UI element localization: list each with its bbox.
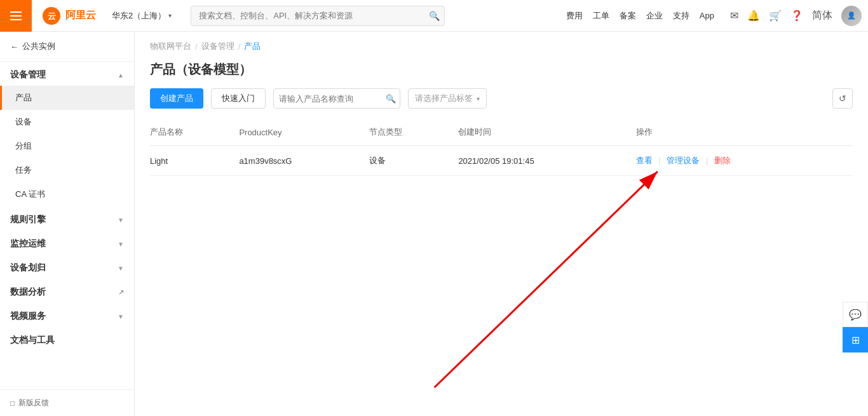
feedback-label: 新版反馈 [18,398,49,408]
sidebar-item-product-label: 产品 [15,92,32,104]
quick-start-button[interactable]: 快速入门 [211,88,266,109]
bell-icon[interactable]: 🔔 [747,10,760,22]
sidebar-item-device[interactable]: 设备 [0,110,134,134]
breadcrumb-device-mgmt[interactable]: 设备管理 [201,41,234,52]
col-node-type: 节点类型 [369,119,458,146]
chat-button[interactable]: 💬 [843,302,868,327]
page-header: 产品（设备模型） [135,61,868,88]
action-manage-device[interactable]: 管理设备 [667,156,700,165]
grid-button[interactable]: ⊞ [843,327,868,352]
device-management-label: 设备管理 [10,69,46,81]
col-actions: 操作 [636,119,853,146]
logo[interactable]: 云 阿里云 [32,6,105,26]
chevron-down-icon-monitor: ▼ [118,241,124,248]
svg-line-3 [435,171,658,387]
sidebar-section-monitor[interactable]: 监控运维 ▼ [0,231,134,255]
table-header-row: 产品名称 ProductKey 节点类型 创建时间 操作 [150,119,853,146]
breadcrumb-iot[interactable]: 物联网平台 [150,41,191,52]
nav-action-ticket[interactable]: 工单 [593,10,609,22]
breadcrumb: 物联网平台 / 设备管理 / 产品 [135,32,868,61]
sidebar-section-data-analysis[interactable]: 数据分析 ↗ [0,279,134,303]
action-delete[interactable]: 删除 [714,156,731,165]
chevron-down-icon-tag: ▾ [477,95,480,102]
user-avatar[interactable]: 👤 [841,6,862,26]
feedback-button[interactable]: □ 新版反馈 [0,389,134,416]
refresh-icon: ↺ [839,93,846,104]
video-service-label: 视频服务 [10,311,46,322]
cell-node-type: 设备 [369,146,458,176]
action-view[interactable]: 查看 [636,156,653,165]
cell-product-key: a1m39v8scxG [239,146,369,176]
grid-icon: ⊞ [851,334,860,346]
tag-selector[interactable]: 请选择产品标签 ▾ [408,88,487,109]
chevron-down-icon-return: ▼ [118,265,124,272]
right-sidebar: 💬 ⊞ [843,302,868,352]
logo-icon: 云 [41,6,62,26]
external-link-icon: ↗ [118,288,124,297]
nav-action-support[interactable]: 支持 [673,10,689,22]
product-search-input[interactable] [279,94,386,104]
nav-action-record[interactable]: 备案 [620,10,636,22]
sidebar-section-device-management[interactable]: 设备管理 ▲ [0,62,134,86]
doc-tools-label: 文档与工具 [10,335,55,346]
refresh-button[interactable]: ↺ [832,88,853,109]
search-icon[interactable]: 🔍 [429,11,440,21]
chevron-down-icon: ▾ [168,12,172,19]
sidebar-section-doc-tools[interactable]: 文档与工具 [0,327,134,351]
back-arrow-icon: ← [10,42,18,51]
breadcrumb-current: 产品 [244,41,261,52]
nav-icon-group: ✉ 🔔 🛒 ❓ 简体 👤 [724,6,868,26]
sidebar-item-product[interactable]: 产品 [0,86,134,110]
action-sep-2: | [706,156,708,165]
sidebar-back-button[interactable]: ← 公共实例 [0,32,134,62]
help-icon[interactable]: ❓ [790,10,803,22]
data-analysis-label: 数据分析 [10,286,46,298]
nav-action-fees[interactable]: 费用 [566,10,583,22]
cell-actions: 查看 | 管理设备 | 删除 [636,146,853,176]
cart-icon[interactable]: 🛒 [769,10,782,22]
breadcrumb-sep-1: / [195,42,198,51]
sidebar: ← 公共实例 设备管理 ▲ 产品 设备 分组 任务 CA 证书 规则引擎 ▼ 监… [0,32,135,416]
feedback-icon: □ [10,399,15,408]
product-table-container: 产品名称 ProductKey 节点类型 创建时间 操作 Light a1m39… [135,119,868,176]
search-input[interactable] [191,6,445,26]
nav-action-enterprise[interactable]: 企业 [646,10,663,22]
nav-actions: 费用 工单 备案 企业 支持 App [557,10,724,22]
sidebar-item-task-label: 任务 [15,164,32,176]
email-icon[interactable]: ✉ [730,10,738,22]
chat-icon: 💬 [849,309,862,321]
svg-text:云: 云 [48,11,56,21]
region-selector[interactable]: 华东2（上海） ▾ [105,10,178,22]
search-icon[interactable]: 🔍 [386,94,396,104]
simplified-chinese-label[interactable]: 简体 [812,9,832,22]
region-label: 华东2（上海） [112,10,166,22]
global-search: 🔍 [191,6,445,26]
rule-engine-label: 规则引擎 [10,214,46,225]
product-search-wrapper: 🔍 [273,88,400,109]
toolbar: 创建产品 快速入门 🔍 请选择产品标签 ▾ ↺ [135,88,868,119]
sidebar-item-task[interactable]: 任务 [0,158,134,182]
monitor-label: 监控运维 [10,238,46,250]
col-product-key: ProductKey [239,119,369,146]
sidebar-section-video-service[interactable]: 视频服务 ▼ [0,303,134,327]
device-return-label: 设备划归 [10,262,46,274]
sidebar-item-ca[interactable]: CA 证书 [0,182,134,206]
avatar-image: 👤 [841,6,862,26]
sidebar-section-device-return[interactable]: 设备划归 ▼ [0,255,134,279]
tag-placeholder: 请选择产品标签 [415,93,473,104]
chevron-down-icon-video: ▼ [118,313,124,320]
action-sep-1: | [658,156,660,165]
chevron-down-icon-rule: ▼ [118,217,124,224]
nav-action-app[interactable]: App [700,11,714,20]
product-table: 产品名称 ProductKey 节点类型 创建时间 操作 Light a1m39… [150,119,853,176]
logo-text: 阿里云 [65,9,96,22]
sidebar-item-group-label: 分组 [15,140,32,152]
hamburger-icon [10,11,22,20]
sidebar-section-rule-engine[interactable]: 规则引擎 ▼ [0,206,134,231]
hamburger-menu[interactable] [0,0,32,32]
page-layout: ← 公共实例 设备管理 ▲ 产品 设备 分组 任务 CA 证书 规则引擎 ▼ 监… [0,32,868,416]
col-product-name: 产品名称 [150,119,239,146]
create-product-button[interactable]: 创建产品 [150,88,203,109]
sidebar-item-group[interactable]: 分组 [0,134,134,158]
table-header: 产品名称 ProductKey 节点类型 创建时间 操作 [150,119,853,146]
